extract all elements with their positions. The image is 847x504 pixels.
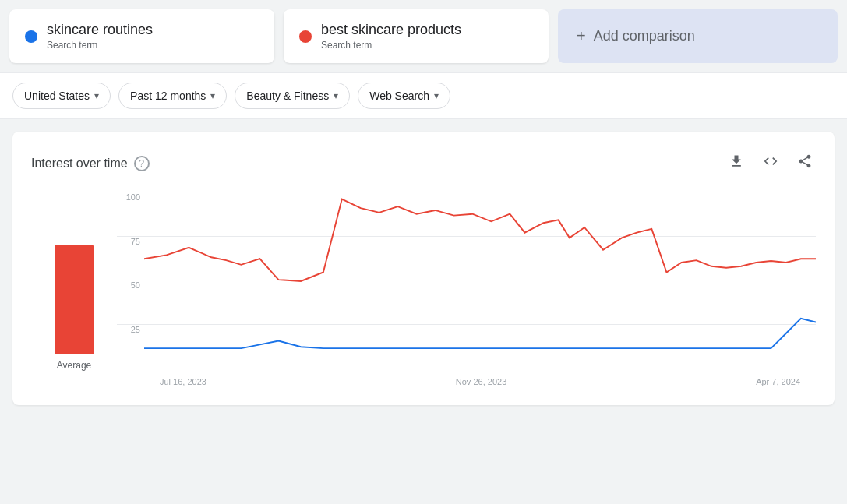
add-comparison-label: Add comparison: [594, 28, 695, 44]
y-label-75: 75: [117, 237, 140, 246]
share-button[interactable]: [794, 150, 816, 176]
y-label-100: 100: [117, 192, 140, 202]
chart-area: Average 100 75 50 25: [31, 192, 816, 386]
plus-icon: +: [577, 27, 586, 45]
avg-bar: [55, 245, 94, 354]
x-label-1: Jul 16, 2023: [160, 377, 206, 386]
category-chevron-icon: ▾: [334, 90, 338, 101]
region-filter-label: United States: [24, 90, 90, 102]
category-filter-label: Beauty & Fitness: [246, 90, 329, 102]
graph-container: 100 75 50 25: [117, 192, 816, 386]
average-section: Average: [31, 192, 117, 386]
time-chevron-icon: ▾: [210, 90, 215, 101]
search-term-card-2[interactable]: best skincare products Search term: [284, 9, 549, 63]
x-labels: Jul 16, 2023 Nov 26, 2023 Apr 7, 2024: [144, 377, 816, 386]
y-label-25: 25: [117, 325, 140, 334]
term2-name: best skincare products: [321, 22, 461, 38]
region-filter[interactable]: United States ▾: [12, 83, 111, 109]
type-chevron-icon: ▾: [434, 90, 439, 101]
filters-bar: United States ▾ Past 12 months ▾ Beauty …: [0, 72, 847, 119]
main-content: Interest over time ? Average: [12, 132, 835, 405]
term1-type: Search term: [47, 40, 153, 51]
avg-label: Average: [57, 360, 91, 371]
term1-info: skincare routines Search term: [47, 22, 153, 51]
type-filter-label: Web Search: [369, 90, 429, 102]
avg-bar-container: [31, 192, 117, 357]
term1-dot: [25, 30, 37, 43]
chart-title: Interest over time: [31, 157, 128, 171]
chart-actions: [725, 150, 816, 176]
term2-type: Search term: [321, 40, 461, 51]
add-comparison-card[interactable]: + Add comparison: [558, 9, 838, 63]
category-filter[interactable]: Beauty & Fitness ▾: [235, 83, 350, 109]
chart-header: Interest over time ?: [31, 150, 816, 176]
top-bar: skincare routines Search term best skinc…: [0, 0, 847, 72]
y-label-50: 50: [117, 280, 140, 290]
term2-info: best skincare products Search term: [321, 22, 461, 51]
term1-name: skincare routines: [47, 22, 153, 38]
time-filter-label: Past 12 months: [130, 90, 206, 102]
embed-button[interactable]: [760, 150, 782, 176]
term2-dot: [299, 30, 312, 43]
time-filter[interactable]: Past 12 months ▾: [118, 83, 227, 109]
download-button[interactable]: [725, 150, 747, 176]
region-chevron-icon: ▾: [94, 90, 99, 101]
red-line: [144, 199, 816, 281]
x-label-2: Nov 26, 2023: [456, 377, 506, 386]
type-filter[interactable]: Web Search ▾: [358, 83, 450, 109]
chart-svg: [144, 192, 816, 360]
chart-title-area: Interest over time ?: [31, 156, 150, 171]
blue-line: [144, 319, 816, 348]
search-term-card-1[interactable]: skincare routines Search term: [9, 9, 274, 63]
x-label-3: Apr 7, 2024: [756, 377, 800, 386]
help-icon[interactable]: ?: [134, 156, 150, 171]
